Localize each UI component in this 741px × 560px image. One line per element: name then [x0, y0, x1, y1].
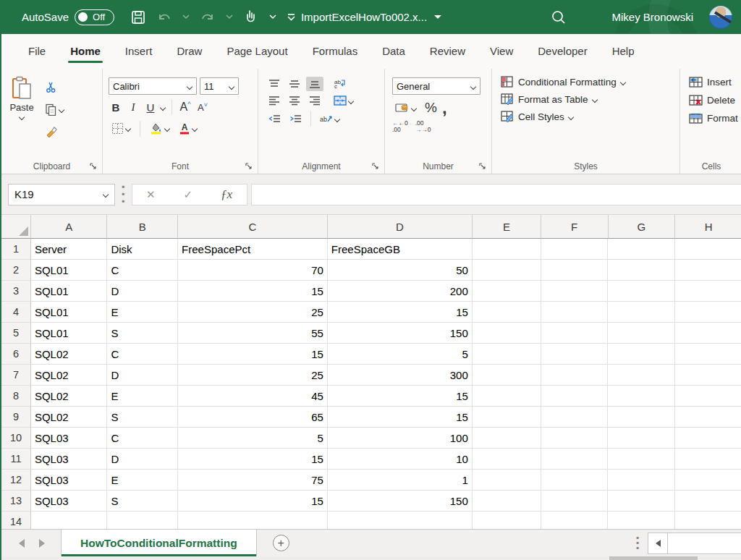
cell-G12[interactable] — [608, 470, 675, 491]
bottom-scroll-thumb[interactable] — [609, 556, 698, 560]
cell-B3[interactable]: D — [107, 281, 178, 302]
cell-B5[interactable]: S — [107, 323, 178, 344]
cell-A3[interactable]: SQL01 — [31, 281, 107, 302]
cell-A8[interactable]: SQL02 — [31, 386, 107, 407]
cell-D9[interactable]: 15 — [328, 407, 473, 428]
paste-button[interactable]: Paste — [1, 73, 42, 156]
cell-G3[interactable] — [608, 281, 675, 302]
cancel-icon[interactable]: ✕ — [146, 188, 156, 201]
formula-bar-resizer[interactable]: ••• — [122, 184, 125, 205]
font-name-combo[interactable]: Calibri — [109, 77, 197, 95]
enter-icon[interactable]: ✓ — [184, 188, 193, 201]
cell-G10[interactable] — [608, 428, 675, 449]
cell-H8[interactable] — [675, 386, 741, 407]
tab-draw[interactable]: Draw — [164, 38, 214, 66]
cell-E10[interactable] — [473, 428, 541, 449]
cell-D12[interactable]: 1 — [328, 470, 473, 491]
cell-H7[interactable] — [675, 365, 741, 386]
tab-view[interactable]: View — [478, 38, 525, 66]
hscroll-left-button[interactable] — [648, 533, 668, 554]
undo-dropdown-icon[interactable] — [182, 14, 190, 20]
row-header-3[interactable]: 3 — [1, 281, 31, 302]
cell-H10[interactable] — [675, 428, 741, 449]
row-header-13[interactable]: 13 — [1, 491, 31, 512]
insert-cells-button[interactable]: Insert — [686, 73, 741, 91]
tab-developer[interactable]: Developer — [525, 38, 599, 66]
orientation-button[interactable]: ab — [317, 111, 343, 126]
cell-E6[interactable] — [473, 344, 541, 365]
cell-E14[interactable] — [473, 512, 541, 529]
tab-home[interactable]: Home — [58, 38, 113, 66]
italic-button[interactable]: I — [126, 101, 140, 114]
cell-E7[interactable] — [473, 365, 541, 386]
sheet-tab-active[interactable]: HowToConditionalFormatting — [61, 530, 257, 556]
cell-F12[interactable] — [541, 470, 609, 491]
column-header-c[interactable]: C — [178, 215, 328, 239]
cell-A2[interactable]: SQL01 — [31, 260, 107, 281]
select-all-button[interactable] — [1, 215, 31, 239]
row-header-9[interactable]: 9 — [1, 407, 31, 428]
touch-mode-dropdown-icon[interactable] — [269, 14, 276, 20]
redo-icon[interactable] — [200, 10, 216, 25]
bold-button[interactable]: B — [109, 101, 123, 114]
tab-help[interactable]: Help — [600, 38, 647, 66]
font-color-button[interactable]: A — [176, 120, 200, 137]
percent-style-button[interactable]: % — [425, 100, 437, 116]
cell-H12[interactable] — [675, 470, 741, 491]
cell-D11[interactable]: 10 — [328, 449, 473, 470]
underline-dropdown-icon[interactable] — [161, 105, 166, 110]
cell-A5[interactable]: SQL01 — [31, 323, 107, 344]
cell-B14[interactable] — [107, 512, 178, 529]
cell-F1[interactable] — [541, 239, 609, 260]
row-header-10[interactable]: 10 — [1, 428, 31, 449]
accounting-format-button[interactable] — [392, 101, 420, 116]
cell-C10[interactable]: 5 — [178, 428, 328, 449]
cell-H14[interactable] — [675, 512, 741, 529]
cell-B8[interactable]: E — [107, 386, 178, 407]
cell-D2[interactable]: 50 — [328, 260, 473, 281]
cell-A9[interactable]: SQL02 — [31, 407, 107, 428]
cell-E1[interactable] — [473, 239, 541, 260]
cell-D10[interactable]: 100 — [328, 428, 473, 449]
tab-page-layout[interactable]: Page Layout — [214, 38, 300, 66]
cell-D5[interactable]: 150 — [328, 323, 473, 344]
increase-font-size-button[interactable]: A^ — [178, 101, 192, 114]
wrap-text-button[interactable]: ab c — [331, 76, 350, 91]
new-sheet-button[interactable]: + — [273, 535, 289, 551]
cell-B10[interactable]: C — [107, 428, 178, 449]
row-header-5[interactable]: 5 — [1, 323, 31, 344]
cell-B4[interactable]: E — [107, 302, 178, 323]
underline-button[interactable]: U — [143, 101, 158, 114]
cell-C7[interactable]: 25 — [178, 365, 328, 386]
cell-D13[interactable]: 150 — [328, 491, 473, 512]
cell-H4[interactable] — [675, 302, 741, 323]
cell-G4[interactable] — [608, 302, 675, 323]
bottom-align-button[interactable] — [306, 77, 323, 91]
font-size-combo[interactable]: 11 — [200, 77, 239, 95]
cell-G13[interactable] — [608, 491, 675, 512]
cell-D4[interactable]: 15 — [328, 302, 473, 323]
user-avatar[interactable] — [709, 6, 732, 29]
prev-sheet-icon[interactable] — [19, 539, 25, 548]
formula-input[interactable] — [251, 184, 741, 205]
cell-C2[interactable]: 70 — [178, 260, 328, 281]
cell-A11[interactable]: SQL03 — [31, 449, 107, 470]
cell-D1[interactable]: FreeSpaceGB — [328, 239, 473, 260]
cell-styles-button[interactable]: Cell Styles — [496, 108, 679, 125]
cell-E4[interactable] — [473, 302, 541, 323]
decrease-indent-button[interactable] — [266, 112, 284, 126]
horizontal-scrollbar[interactable] — [668, 533, 741, 554]
cut-button[interactable] — [42, 79, 67, 96]
cell-E12[interactable] — [473, 470, 541, 491]
row-header-7[interactable]: 7 — [1, 365, 31, 386]
row-header-11[interactable]: 11 — [1, 449, 31, 470]
delete-cells-button[interactable]: Delete — [686, 91, 741, 109]
cell-H13[interactable] — [675, 491, 741, 512]
format-as-table-button[interactable]: Format as Table — [496, 90, 679, 108]
cell-A7[interactable]: SQL02 — [31, 365, 107, 386]
cell-A6[interactable]: SQL02 — [31, 344, 107, 365]
cell-B1[interactable]: Disk — [107, 239, 178, 260]
search-icon[interactable] — [551, 9, 567, 25]
alignment-dialog-launcher-icon[interactable] — [371, 162, 380, 171]
cell-D14[interactable] — [328, 512, 473, 529]
